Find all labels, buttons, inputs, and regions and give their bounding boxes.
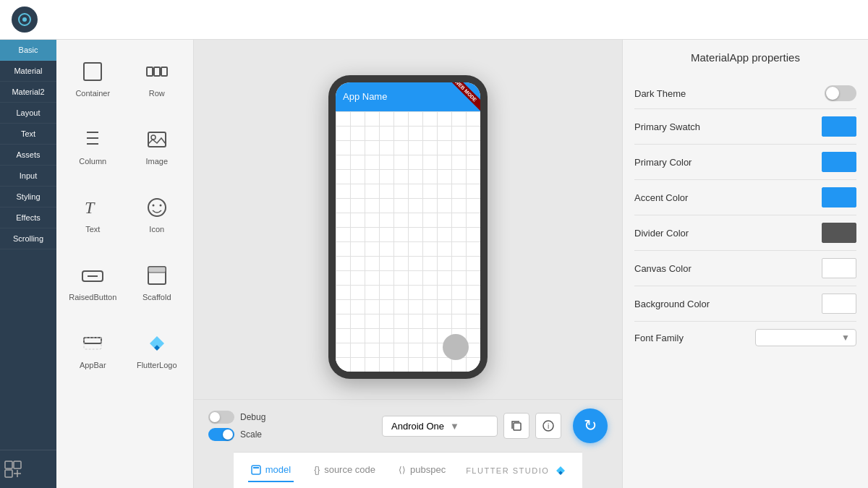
widget-row[interactable]: Row bbox=[127, 46, 188, 111]
dark-theme-toggle[interactable] bbox=[825, 85, 856, 101]
copy-button[interactable] bbox=[503, 413, 529, 439]
svg-rect-23 bbox=[148, 267, 166, 273]
sidebar-item-input[interactable]: Input bbox=[0, 166, 56, 187]
toggle-group: Debug Scale bbox=[208, 411, 265, 441]
svg-text:T: T bbox=[85, 198, 95, 217]
svg-rect-28 bbox=[514, 423, 521, 430]
svg-rect-4 bbox=[5, 470, 12, 477]
row-icon bbox=[144, 59, 170, 85]
smiley-icon bbox=[144, 194, 170, 221]
container-icon bbox=[80, 59, 106, 85]
widget-flutter-logo[interactable]: FlutterLogo bbox=[127, 317, 188, 382]
left-sidebar: Basic Material Material2 Layout Text Ass… bbox=[0, 40, 56, 488]
fab-button[interactable] bbox=[443, 334, 469, 360]
sidebar-item-basic[interactable]: Basic bbox=[0, 40, 56, 61]
prop-primary-color: Primary Color bbox=[634, 145, 856, 180]
prop-canvas-color: Canvas Color bbox=[634, 251, 856, 286]
column-icon bbox=[80, 127, 106, 153]
refresh-button[interactable]: ↻ bbox=[573, 408, 608, 443]
font-family-select[interactable]: ▼ bbox=[755, 329, 856, 346]
tab-source-code[interactable]: {} source code bbox=[311, 458, 378, 482]
device-select-group: Android One ▼ i bbox=[382, 413, 561, 439]
phone-frame: App Name WEB MODE bbox=[328, 75, 488, 379]
prop-divider-color: Divider Color bbox=[634, 215, 856, 251]
widget-column[interactable]: Column bbox=[62, 114, 124, 179]
svg-rect-7 bbox=[84, 63, 101, 80]
primary-color-swatch[interactable] bbox=[822, 152, 856, 172]
select-chevron-icon: ▼ bbox=[841, 333, 850, 343]
center-canvas: App Name WEB MODE bbox=[194, 40, 622, 488]
svg-point-18 bbox=[152, 205, 154, 207]
phone-container: App Name WEB MODE bbox=[328, 40, 488, 399]
phone-appbar: App Name WEB MODE bbox=[336, 82, 480, 111]
widget-text[interactable]: T Text bbox=[62, 181, 124, 247]
prop-background-color: Background Color bbox=[634, 286, 856, 322]
scale-toggle[interactable] bbox=[208, 428, 234, 441]
top-bar bbox=[0, 0, 868, 40]
scaffold-icon bbox=[144, 262, 170, 288]
sidebar-bottom-icon[interactable] bbox=[0, 450, 56, 488]
debug-toggle-row: Debug bbox=[208, 411, 265, 424]
svg-rect-10 bbox=[161, 67, 167, 76]
svg-rect-32 bbox=[253, 467, 259, 468]
widget-scaffold[interactable]: Scaffold bbox=[127, 249, 188, 314]
properties-panel: MaterialApp properties Dark Theme Primar… bbox=[622, 40, 868, 488]
prop-accent-color: Accent Color bbox=[634, 180, 856, 215]
prop-dark-theme: Dark Theme bbox=[634, 78, 856, 109]
tab-bar: model {} source code ⟨⟩ pubspec FLUTTER … bbox=[234, 452, 583, 488]
widget-panel: Container Row Column bbox=[56, 40, 194, 488]
canvas-color-swatch[interactable] bbox=[822, 258, 856, 278]
main-layout: Basic Material Material2 Layout Text Ass… bbox=[0, 40, 868, 488]
prop-font-family: Font Family ▼ bbox=[634, 322, 856, 354]
tab-model[interactable]: model bbox=[248, 458, 294, 482]
chevron-down-icon: ▼ bbox=[450, 421, 459, 432]
panel-title: MaterialApp properties bbox=[634, 51, 856, 64]
info-button[interactable]: i bbox=[535, 413, 561, 439]
sidebar-item-styling[interactable]: Styling bbox=[0, 187, 56, 207]
canvas-controls: Debug Scale Android One ▼ bbox=[194, 399, 622, 452]
tab-pubspec[interactable]: ⟨⟩ pubspec bbox=[396, 458, 448, 482]
flutter-logo-icon bbox=[144, 330, 170, 356]
web-mode-badge: WEB MODE bbox=[443, 82, 480, 111]
text-icon: T bbox=[80, 194, 106, 221]
grid-background bbox=[336, 111, 480, 372]
svg-rect-2 bbox=[5, 461, 12, 468]
svg-point-19 bbox=[159, 205, 161, 207]
device-dropdown[interactable]: Android One ▼ bbox=[382, 416, 498, 437]
phone-content bbox=[336, 111, 480, 372]
svg-rect-8 bbox=[147, 67, 153, 76]
sidebar-item-layout[interactable]: Layout bbox=[0, 103, 56, 124]
svg-rect-31 bbox=[252, 466, 260, 474]
widget-image[interactable]: Image bbox=[127, 114, 188, 179]
sidebar-item-material[interactable]: Material bbox=[0, 61, 56, 82]
svg-rect-9 bbox=[154, 67, 160, 76]
flutter-brand-icon bbox=[553, 463, 568, 478]
sidebar-item-scrolling[interactable]: Scrolling bbox=[0, 228, 56, 249]
background-color-swatch[interactable] bbox=[822, 294, 856, 314]
widget-icon[interactable]: Icon bbox=[127, 181, 188, 247]
logo bbox=[12, 7, 38, 33]
svg-text:i: i bbox=[548, 422, 549, 430]
sidebar-item-material2[interactable]: Material2 bbox=[0, 82, 56, 103]
scale-toggle-row: Scale bbox=[208, 428, 265, 441]
debug-toggle[interactable] bbox=[208, 411, 234, 424]
sidebar-item-text[interactable]: Text bbox=[0, 124, 56, 145]
widget-appbar[interactable]: AppBar bbox=[62, 317, 124, 382]
divider-color-swatch[interactable] bbox=[822, 223, 856, 243]
appbar-icon bbox=[80, 330, 106, 356]
sidebar-item-effects[interactable]: Effects bbox=[0, 207, 56, 228]
primary-swatch-color[interactable] bbox=[822, 116, 856, 137]
svg-rect-24 bbox=[84, 338, 101, 343]
sidebar-item-assets[interactable]: Assets bbox=[0, 145, 56, 166]
widget-container[interactable]: Container bbox=[62, 46, 124, 111]
svg-rect-3 bbox=[14, 461, 21, 468]
raised-button-icon bbox=[80, 262, 106, 288]
phone-screen: App Name WEB MODE bbox=[336, 82, 480, 372]
svg-point-1 bbox=[22, 17, 27, 22]
prop-primary-swatch: Primary Swatch bbox=[634, 109, 856, 145]
image-icon bbox=[144, 127, 170, 153]
svg-point-15 bbox=[151, 135, 156, 140]
accent-color-swatch[interactable] bbox=[822, 187, 856, 207]
widget-raised-button[interactable]: RaisedButton bbox=[62, 249, 124, 314]
svg-point-17 bbox=[148, 199, 166, 216]
